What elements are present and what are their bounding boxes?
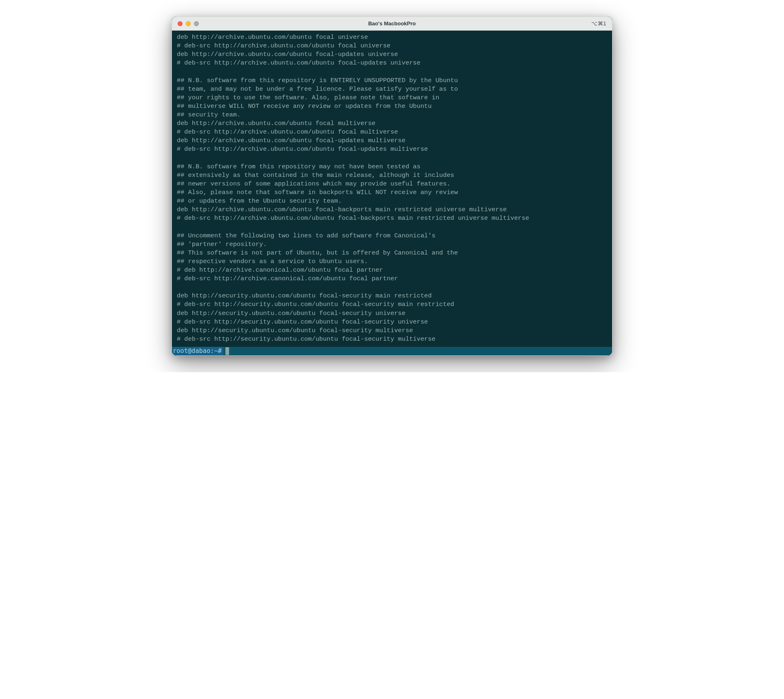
terminal-line: deb http://security.ubuntu.com/ubuntu fo… [177, 326, 607, 335]
titlebar: Bao's MacbookPro ⌥⌘1 [172, 17, 612, 31]
terminal-line: # deb http://archive.canonical.com/ubunt… [177, 266, 607, 275]
terminal-line: deb http://archive.ubuntu.com/ubuntu foc… [177, 205, 607, 214]
traffic-lights [178, 21, 199, 26]
terminal-line: # deb-src http://security.ubuntu.com/ubu… [177, 300, 607, 309]
terminal-line: deb http://archive.ubuntu.com/ubuntu foc… [177, 50, 607, 59]
terminal-line: ## N.B. software from this repository ma… [177, 163, 607, 171]
terminal-line [177, 67, 607, 76]
prompt-bar[interactable]: root@dabao:~# [172, 347, 612, 355]
terminal-line: ## newer versions of some applications w… [177, 180, 607, 188]
terminal-line: ## Also, please note that software in ba… [177, 188, 607, 197]
terminal-line: ## or updates from the Ubuntu security t… [177, 197, 607, 205]
terminal-line: deb http://security.ubuntu.com/ubuntu fo… [177, 309, 607, 318]
terminal-line: deb http://archive.ubuntu.com/ubuntu foc… [177, 33, 607, 42]
terminal-line: ## Uncomment the following two lines to … [177, 232, 607, 240]
cursor [225, 347, 229, 355]
terminal-line: ## This software is not part of Ubuntu, … [177, 249, 607, 257]
terminal-window: Bao's MacbookPro ⌥⌘1 deb http://archive.… [172, 16, 612, 356]
window-title: Bao's MacbookPro [172, 20, 612, 27]
terminal-line: # deb-src http://security.ubuntu.com/ubu… [177, 335, 607, 344]
terminal-line: ## extensively as that contained in the … [177, 171, 607, 180]
terminal-line: # deb-src http://archive.ubuntu.com/ubun… [177, 42, 607, 50]
terminal-line [177, 283, 607, 292]
terminal-line: ## team, and may not be under a free lic… [177, 85, 607, 94]
terminal-line: ## security team. [177, 111, 607, 119]
maximize-button[interactable] [194, 21, 199, 26]
terminal-line [177, 223, 607, 231]
terminal-line: # deb-src http://archive.ubuntu.com/ubun… [177, 59, 607, 67]
terminal-line: ## your rights to use the software. Also… [177, 94, 607, 102]
terminal-line: deb http://archive.ubuntu.com/ubuntu foc… [177, 119, 607, 128]
terminal-line: # deb-src http://security.ubuntu.com/ubu… [177, 318, 607, 326]
terminal-line: deb http://archive.ubuntu.com/ubuntu foc… [177, 136, 607, 145]
terminal-line: ## N.B. software from this repository is… [177, 76, 607, 85]
shortcut-indicator: ⌥⌘1 [591, 20, 606, 27]
terminal-line: # deb-src http://archive.canonical.com/u… [177, 275, 607, 283]
terminal-line: # deb-src http://archive.ubuntu.com/ubun… [177, 214, 607, 223]
shell-prompt: root@dabao:~# [172, 347, 223, 355]
terminal-line: ## 'partner' repository. [177, 240, 607, 249]
terminal-line: # deb-src http://archive.ubuntu.com/ubun… [177, 145, 607, 154]
minimize-button[interactable] [186, 21, 191, 26]
terminal-line: ## multiverse WILL NOT receive any revie… [177, 102, 607, 111]
terminal-line: deb http://security.ubuntu.com/ubuntu fo… [177, 292, 607, 300]
terminal-line: # deb-src http://archive.ubuntu.com/ubun… [177, 128, 607, 136]
terminal-line [177, 154, 607, 163]
close-button[interactable] [178, 21, 183, 26]
terminal-line: ## respective vendors as a service to Ub… [177, 257, 607, 266]
terminal-output[interactable]: deb http://archive.ubuntu.com/ubuntu foc… [172, 31, 612, 347]
